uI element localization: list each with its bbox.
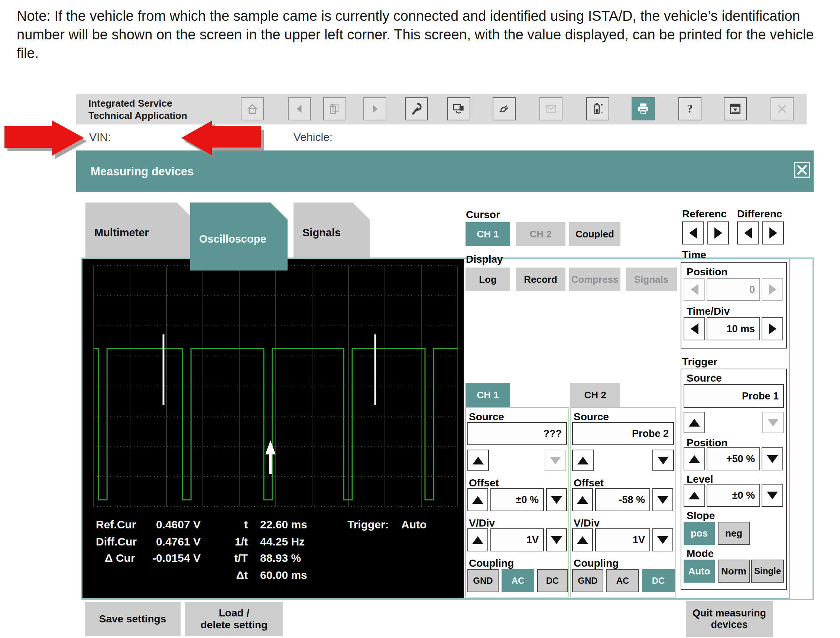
battery-icon xyxy=(591,101,605,116)
display-record-button[interactable]: Record xyxy=(516,267,565,291)
difference-left-button[interactable] xyxy=(737,221,759,245)
cursor-ch1-button[interactable]: CH 1 xyxy=(466,222,510,246)
display-signals-button[interactable]: Signals xyxy=(626,267,677,291)
battery-button[interactable] xyxy=(586,97,609,120)
time-value: 22.60 ms xyxy=(260,518,307,531)
trigger-source-field[interactable]: Probe 1 xyxy=(684,384,784,408)
note-paragraph: Note: If the vehicle from which the samp… xyxy=(17,7,829,62)
mail-button[interactable] xyxy=(540,97,562,120)
timediv-field[interactable]: 10 ms xyxy=(707,317,760,340)
tab-oscilloscope[interactable]: Oscilloscope xyxy=(190,202,287,270)
down-arrow-icon xyxy=(657,496,668,504)
time-position-increase-button[interactable] xyxy=(762,278,783,301)
dialog-close-button[interactable] xyxy=(793,161,812,179)
ch2-offset-up-button[interactable] xyxy=(572,488,593,511)
help-button[interactable]: ? xyxy=(678,97,701,120)
ref-cursor-value: 0.4607 V xyxy=(156,518,201,531)
ch2-tab[interactable]: CH 2 xyxy=(570,383,620,407)
cursor-ch2-button[interactable]: CH 2 xyxy=(516,222,565,246)
print-button[interactable] xyxy=(632,97,655,120)
ch2-coupling-gnd-button[interactable]: GND xyxy=(572,569,603,592)
window-arrange-icon xyxy=(728,101,743,116)
ch1-vdiv-up-button[interactable] xyxy=(467,528,488,551)
down-arrow-icon xyxy=(657,536,668,544)
ch1-offset-down-button[interactable] xyxy=(546,488,567,511)
slope-neg-button[interactable]: neg xyxy=(718,522,750,545)
display-log-button[interactable]: Log xyxy=(466,267,510,291)
save-settings-button[interactable]: Save settings xyxy=(85,602,180,636)
workshop-button[interactable] xyxy=(405,97,428,120)
ch2-offset-field[interactable]: -58 % xyxy=(595,488,650,511)
ch1-offset-up-button[interactable] xyxy=(467,488,488,511)
mode-auto-button[interactable]: Auto xyxy=(684,560,715,583)
ch1-vdiv-down-button[interactable] xyxy=(546,528,567,551)
up-arrow-icon xyxy=(689,419,700,426)
difference-cursor-bar[interactable] xyxy=(374,335,376,405)
trigger-source-down-button[interactable] xyxy=(763,412,784,433)
trigger-position-down-button[interactable] xyxy=(762,447,783,471)
time-section-label: Time xyxy=(682,249,706,261)
ch2-offset-down-button[interactable] xyxy=(652,488,673,511)
ch2-source-up-button[interactable] xyxy=(572,450,594,471)
reference-right-button[interactable] xyxy=(707,221,729,245)
trigger-position-field[interactable]: +50 % xyxy=(707,447,760,471)
slope-pos-button[interactable]: pos xyxy=(684,522,715,545)
ch2-source-down-button[interactable] xyxy=(652,450,674,471)
ch2-coupling-label: Coupling xyxy=(574,557,619,569)
ch1-source-down-button[interactable] xyxy=(545,450,566,471)
ch1-vdiv-label: V/Div xyxy=(469,517,495,529)
window-arrange-button[interactable] xyxy=(724,97,747,120)
trigger-source-up-button[interactable] xyxy=(684,412,705,433)
ch2-coupling-ac-button[interactable]: AC xyxy=(606,569,639,592)
reference-cursor-bar[interactable] xyxy=(163,335,164,405)
ch1-source-field[interactable]: ??? xyxy=(467,422,567,445)
ch1-offset-field[interactable]: ±0 % xyxy=(490,488,544,511)
timediv-increase-button[interactable] xyxy=(762,317,783,340)
cursor-coupled-button[interactable]: Coupled xyxy=(569,222,621,246)
reference-left-button[interactable] xyxy=(682,221,704,245)
ch1-coupling-dc-button[interactable]: DC xyxy=(537,569,568,592)
quit-measuring-devices-button[interactable]: Quit measuring devices xyxy=(686,601,773,637)
trigger-level-up-button[interactable] xyxy=(684,484,705,507)
time-position-decrease-button[interactable] xyxy=(684,278,705,301)
right-arrow-icon xyxy=(769,284,777,295)
back-button[interactable] xyxy=(288,97,311,120)
ref-cursor-label: Ref.Cur xyxy=(96,518,136,531)
tab-multimeter[interactable]: Multimeter xyxy=(85,202,194,257)
mode-single-button[interactable]: Single xyxy=(751,560,784,583)
trigger-status-label: Trigger: xyxy=(347,518,389,531)
forward-button[interactable] xyxy=(363,97,386,120)
freq-label: 1/t xyxy=(235,535,248,548)
ch2-source-field[interactable]: Probe 2 xyxy=(572,422,674,445)
ch1-source-up-button[interactable] xyxy=(467,450,489,471)
right-arrow-icon xyxy=(769,323,777,335)
down-arrow-icon xyxy=(767,455,778,463)
ch1-coupling-gnd-button[interactable]: GND xyxy=(467,569,499,592)
copy-session-button[interactable] xyxy=(323,97,346,120)
down-arrow-icon xyxy=(767,419,779,426)
ch2-coupling-dc-button[interactable]: DC xyxy=(642,569,675,592)
time-position-field[interactable]: 0 xyxy=(707,278,760,301)
vehicle-label: Vehicle: xyxy=(294,131,333,144)
mode-norm-button[interactable]: Norm xyxy=(718,560,750,583)
ch1-tab[interactable]: CH 1 xyxy=(466,383,510,407)
close-app-button[interactable] xyxy=(771,97,794,120)
tab-signals[interactable]: Signals xyxy=(294,202,369,257)
ch2-vdiv-field[interactable]: 1V xyxy=(595,528,650,551)
ch1-vdiv-field[interactable]: 1V xyxy=(490,528,544,551)
ch1-coupling-ac-button[interactable]: AC xyxy=(502,569,534,592)
connector-button[interactable] xyxy=(493,97,516,120)
down-arrow-icon xyxy=(550,457,561,464)
ch2-vdiv-down-button[interactable] xyxy=(652,528,673,551)
ch2-vdiv-up-button[interactable] xyxy=(572,528,593,551)
terminal-devices-button[interactable] xyxy=(447,97,471,120)
left-arrow-icon xyxy=(689,227,697,238)
delta-cursor-value: -0.0154 V xyxy=(152,552,201,564)
timediv-decrease-button[interactable] xyxy=(684,317,705,340)
load-delete-setting-button[interactable]: Load / delete setting xyxy=(185,602,283,636)
difference-right-button[interactable] xyxy=(763,221,784,245)
display-compress-button[interactable]: Compress xyxy=(569,267,621,291)
trigger-position-up-button[interactable] xyxy=(684,447,705,471)
trigger-level-down-button[interactable] xyxy=(762,484,783,507)
trigger-level-field[interactable]: ±0 % xyxy=(707,484,760,507)
